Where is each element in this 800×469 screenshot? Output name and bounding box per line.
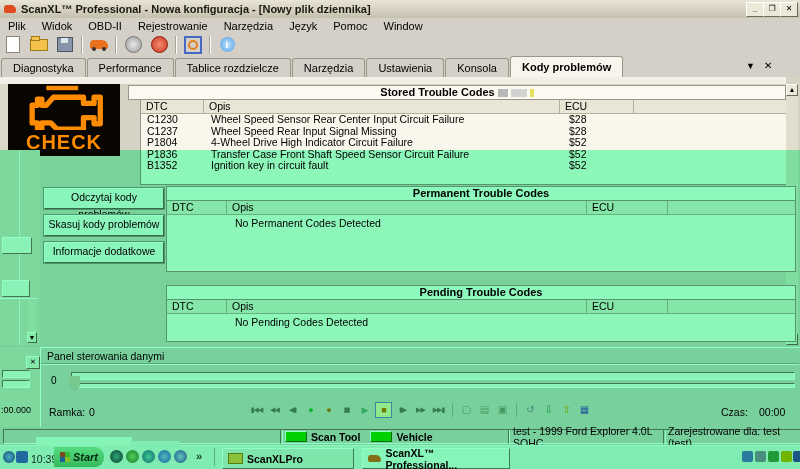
clear-codes-button[interactable]: Skasuj kody problemów (44, 215, 164, 236)
quick-launch-icon[interactable] (142, 450, 155, 463)
glitch-fragment (498, 89, 508, 97)
scroll-up-icon[interactable]: ▲ (786, 84, 798, 96)
menu-jezyk[interactable]: Język (281, 20, 325, 32)
menu-rejestrowanie[interactable]: Rejestrowanie (130, 20, 216, 32)
quick-launch-icon[interactable] (126, 450, 139, 463)
save-log-button[interactable]: ▣ (495, 403, 510, 417)
tab-narzedzia[interactable]: Narzędzia (292, 58, 366, 77)
tray-volume-icon[interactable] (781, 451, 792, 462)
cell-dtc: P1836 (141, 149, 205, 161)
fast-forward-button[interactable]: ▶▶ (413, 403, 428, 417)
new-file-icon (6, 36, 20, 53)
step-forward-button[interactable]: ▮▶ (395, 403, 410, 417)
step-back-button[interactable]: ◀▮ (285, 403, 300, 417)
import-button[interactable]: ⇧ (559, 403, 574, 417)
revert-button[interactable]: ↺ (523, 403, 538, 417)
go-last-button[interactable]: ▶▶▮ (431, 403, 446, 417)
tab-performance[interactable]: Performance (87, 58, 174, 77)
tray-device-icon[interactable] (755, 451, 766, 462)
connect-button[interactable] (120, 34, 146, 55)
close-button[interactable]: ✕ (780, 2, 798, 17)
snapshot-button[interactable]: ● (321, 403, 336, 417)
menu-pomoc[interactable]: Pomoc (325, 20, 375, 32)
playback-separator (516, 403, 517, 417)
dashboards-button[interactable] (180, 34, 206, 55)
tab-diagnostyka[interactable]: Diagnostyka (1, 58, 86, 77)
new-file-button[interactable] (0, 34, 26, 55)
column-blank (668, 201, 795, 214)
play-button[interactable]: ▶ (357, 403, 372, 417)
folder-icon (228, 453, 243, 464)
slider-track-lower[interactable] (71, 383, 795, 388)
tab-tablice-rozdzielcze[interactable]: Tablice rozdzielcze (175, 58, 291, 77)
tab-scroll-dropdown[interactable]: ▼ (746, 61, 755, 71)
save-file-button[interactable] (52, 34, 78, 55)
slider-track-upper[interactable] (71, 372, 795, 380)
tray-shield-icon[interactable] (768, 451, 779, 462)
tab-kody-problemow[interactable]: Kody problemów (510, 56, 623, 77)
column-opis[interactable]: Opis (227, 300, 587, 313)
taskbar-button-scanxlpro[interactable]: ScanXLPro (222, 448, 354, 469)
vehicle-manager-button[interactable] (86, 34, 112, 55)
minimize-button[interactable]: _ (746, 2, 764, 17)
quick-launch-icon[interactable] (110, 450, 123, 463)
table-row[interactable]: C1230 Wheel Speed Sensor Rear Center Inp… (141, 114, 787, 126)
column-ecu[interactable]: ECU (587, 201, 668, 214)
quick-launch-icon[interactable] (158, 450, 171, 463)
menu-narzedzia[interactable]: Narzędzia (216, 20, 282, 32)
menu-window[interactable]: Window (376, 20, 431, 32)
go-first-button[interactable]: ▮◀◀ (249, 403, 264, 417)
title-bar[interactable]: ScanXL™ Professional - Nowa konfiguracja… (0, 0, 800, 18)
tray-network-icon[interactable] (3, 451, 15, 463)
quick-launch-overflow[interactable]: » (196, 450, 202, 462)
tab-ustawienia[interactable]: Ustawienia (366, 58, 444, 77)
stored-codes-header: Stored Trouble Codes (128, 85, 786, 100)
table-row[interactable]: C1237 Wheel Speed Rear Input Signal Miss… (141, 126, 787, 138)
toolbar-separator (209, 36, 211, 54)
quick-launch-icon[interactable] (174, 450, 187, 463)
tray-monitor-icon[interactable] (793, 451, 800, 462)
stored-codes-column-header: DTC Opis ECU (141, 100, 787, 114)
disconnect-button[interactable] (146, 34, 172, 55)
record-button[interactable]: ● (303, 403, 318, 417)
column-ecu[interactable]: ECU (587, 300, 668, 313)
tab-konsola[interactable]: Konsola (445, 58, 509, 77)
pause-button[interactable]: ▮▮ (339, 403, 354, 417)
restore-button[interactable]: ❐ (763, 2, 781, 17)
grid-button[interactable]: ▦ (577, 403, 592, 417)
frame-value: 0 (89, 406, 95, 418)
menu-plik[interactable]: Plik (0, 20, 34, 32)
time-label: Czas: (721, 406, 748, 418)
column-opis[interactable]: Opis (227, 201, 587, 214)
toolbar-separator (115, 36, 117, 54)
export-button[interactable]: ⇩ (541, 403, 556, 417)
new-log-button[interactable]: ▢ (459, 403, 474, 417)
open-file-button[interactable] (26, 34, 52, 55)
table-row[interactable]: P1836 Transfer Case Front Shaft Speed Se… (141, 149, 787, 161)
stop-button[interactable]: ■ (375, 402, 392, 418)
panel-divider (41, 363, 799, 365)
tab-close-button[interactable]: ✕ (764, 60, 772, 71)
tray-layout-icon[interactable] (16, 451, 28, 463)
column-dtc[interactable]: DTC (167, 201, 227, 214)
column-opis[interactable]: Opis (204, 100, 560, 113)
column-ecu[interactable]: ECU (560, 100, 634, 113)
additional-info-button[interactable]: Informacje dodatkowe (44, 242, 164, 263)
read-codes-button[interactable]: Odczytaj kody problemów (44, 188, 164, 209)
start-button[interactable]: Start (54, 447, 104, 467)
slider-thumb[interactable] (69, 376, 80, 392)
table-row[interactable]: P1804 4-Wheel Drive High Indicator Circu… (141, 137, 787, 149)
stored-codes-title: Stored Trouble Codes (380, 86, 494, 98)
about-button[interactable]: i (214, 34, 240, 55)
column-dtc[interactable]: DTC (141, 100, 204, 113)
table-row[interactable]: B1352 Ignition key in circuit fault $52 (141, 160, 787, 172)
taskbar-button-scanxl[interactable]: ScanXL™ Professional... (362, 448, 510, 469)
open-log-button[interactable]: ▤ (477, 403, 492, 417)
menu-obd[interactable]: OBD-II (80, 20, 130, 32)
start-label: Start (73, 451, 98, 463)
column-dtc[interactable]: DTC (167, 300, 227, 313)
rewind-button[interactable]: ◀◀ (267, 403, 282, 417)
toolbar-separator (175, 36, 177, 54)
tray-display-icon[interactable] (742, 451, 753, 462)
menu-widok[interactable]: Widok (34, 20, 81, 32)
